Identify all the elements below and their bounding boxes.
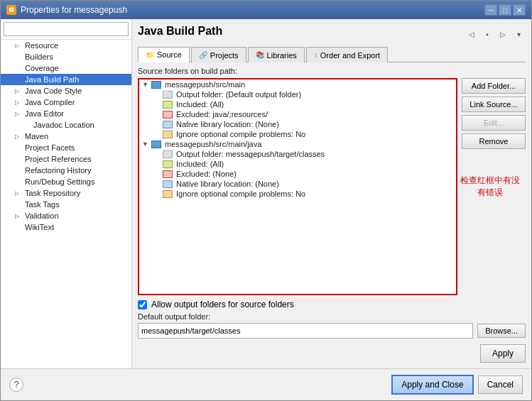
browse-button[interactable]: Browse... bbox=[477, 324, 526, 338]
output-folder-input[interactable] bbox=[138, 323, 473, 339]
expand-arrow-icon: ▷ bbox=[15, 99, 22, 106]
sidebar-item-javadoc[interactable]: Javadoc Location bbox=[1, 119, 131, 131]
tree-item[interactable]: Output folder: messagepush/target/classe… bbox=[139, 149, 456, 159]
sidebar-item-label: WikiText bbox=[25, 223, 54, 231]
tree-item-label: Native library location: (None) bbox=[176, 120, 279, 128]
dropdown-icon[interactable]: ▾ bbox=[511, 28, 526, 40]
sidebar-item-run-debug[interactable]: Run/Debug Settings bbox=[1, 176, 131, 187]
sidebar-item-java-code-style[interactable]: ▷ Java Code Style bbox=[1, 85, 131, 97]
main-content: Java Build Path ◁ ▪ ▷ ▾ 📁 Source 🔗 Proje… bbox=[132, 19, 531, 368]
sidebar-item-label: Project References bbox=[25, 155, 92, 163]
expand-arrow-icon: ▷ bbox=[15, 88, 22, 94]
tree-item[interactable]: Included: (All) bbox=[139, 99, 456, 109]
sidebar-item-java-editor[interactable]: ▷ Java Editor bbox=[1, 108, 131, 119]
tree-item-label: Included: (All) bbox=[176, 100, 224, 109]
side-buttons: Add Folder... Link Source... Edit... Rem… bbox=[462, 78, 526, 295]
add-folder-button[interactable]: Add Folder... bbox=[462, 78, 526, 94]
separator: ▪ bbox=[480, 28, 494, 40]
tree-expand-icon: ▼ bbox=[142, 81, 149, 88]
tree-item-label: Excluded: (None) bbox=[176, 170, 237, 178]
checkbox-row: Allow output folders for source folders bbox=[138, 300, 526, 309]
window-controls: ─ □ ✕ bbox=[484, 4, 526, 16]
close-button[interactable]: ✕ bbox=[513, 4, 526, 16]
apply-button-inline[interactable]: Apply bbox=[480, 344, 526, 363]
maximize-button[interactable]: □ bbox=[499, 4, 511, 16]
sidebar-item-label: Run/Debug Settings bbox=[25, 177, 94, 186]
sidebar-item-coverage[interactable]: Coverage bbox=[1, 62, 131, 74]
dialog-body: ▷ Resource Builders Coverage Java Build … bbox=[1, 19, 531, 368]
expand-arrow-icon: ▷ bbox=[15, 213, 22, 219]
forward-icon[interactable]: ▷ bbox=[496, 28, 510, 40]
tree-item-label: Excluded: java/;resources/ bbox=[176, 110, 268, 119]
content-area: ▼ messagepush/src/main ⬜ Output folder: … bbox=[138, 78, 526, 295]
link-source-button[interactable]: Link Source... bbox=[462, 97, 526, 112]
sidebar-item-java-build-path[interactable]: Java Build Path bbox=[1, 74, 131, 85]
sidebar-item-label: Task Repository bbox=[25, 189, 80, 197]
back-icon[interactable]: ◁ bbox=[465, 28, 479, 40]
panel-label: Source folders on build path: bbox=[138, 67, 526, 75]
tree-item[interactable]: ⬜ Output folder: (Default output folder) bbox=[139, 89, 456, 99]
expand-arrow-icon: ▷ bbox=[15, 111, 22, 117]
sidebar-item-label: Java Code Style bbox=[25, 87, 82, 95]
properties-dialog: ⚙ Properties for messagepush ─ □ ✕ ▷ Res… bbox=[0, 0, 532, 401]
tree-item-label: Included: (All) bbox=[176, 160, 224, 168]
default-output-label: Default output folder: bbox=[138, 312, 526, 321]
tree-item-label: Ignore optional compile problems: No bbox=[176, 189, 305, 198]
sidebar-item-refactoring[interactable]: Refactoring History bbox=[1, 165, 131, 176]
edit-button[interactable]: Edit... bbox=[462, 115, 526, 131]
sidebar-item-label: Java Build Path bbox=[25, 75, 79, 84]
sidebar-item-maven[interactable]: ▷ Maven bbox=[1, 131, 131, 142]
tree-item-label: Output folder: messagepush/target/classe… bbox=[176, 150, 325, 158]
sidebar-item-label: Validation bbox=[25, 212, 59, 220]
dialog-icon: ⚙ bbox=[6, 5, 16, 15]
remove-button[interactable]: Remove bbox=[462, 133, 526, 149]
sidebar-item-label: Project Facets bbox=[25, 143, 75, 152]
sidebar-item-label: Coverage bbox=[25, 64, 59, 72]
sidebar-item-wikitext[interactable]: WikiText bbox=[1, 221, 131, 233]
tree-expand-icon: ▼ bbox=[142, 141, 149, 148]
tab-source-label: Source bbox=[157, 50, 182, 59]
tree-item[interactable]: Ignore optional compile problems: No bbox=[139, 189, 456, 199]
sidebar-item-project-facets[interactable]: Project Facets bbox=[1, 142, 131, 153]
tree-item[interactable]: Native library location: (None) bbox=[139, 179, 456, 189]
bottom-section: Allow output folders for source folders … bbox=[138, 295, 526, 339]
tab-projects[interactable]: 🔗 Projects bbox=[191, 47, 246, 62]
tree-item[interactable]: ▼ messagepush/src/main bbox=[139, 79, 456, 89]
allow-output-checkbox[interactable] bbox=[138, 300, 147, 309]
help-icon[interactable]: ? bbox=[9, 378, 23, 392]
allow-output-label: Allow output folders for source folders bbox=[151, 300, 294, 309]
sidebar-item-validation[interactable]: ▷ Validation bbox=[1, 210, 131, 221]
tree-item[interactable]: Excluded: (None) bbox=[139, 169, 456, 179]
tree-item[interactable]: Native library location: (None) bbox=[139, 119, 456, 129]
sidebar-item-resource[interactable]: ▷ Resource bbox=[1, 40, 131, 51]
apply-close-button[interactable]: Apply and Close bbox=[391, 375, 473, 395]
sidebar-search-container bbox=[1, 19, 131, 40]
tree-item-label: Output folder: (Default output folder) bbox=[176, 90, 301, 99]
tab-libraries[interactable]: 📚 Libraries bbox=[248, 47, 305, 62]
minimize-button[interactable]: ─ bbox=[484, 4, 497, 16]
title-bar: ⚙ Properties for messagepush ─ □ ✕ bbox=[1, 1, 531, 19]
source-tree[interactable]: ▼ messagepush/src/main ⬜ Output folder: … bbox=[138, 78, 457, 295]
sidebar: ▷ Resource Builders Coverage Java Build … bbox=[1, 19, 132, 368]
tree-item[interactable]: Ignore optional compile problems: No bbox=[139, 129, 456, 139]
sidebar-search-input[interactable] bbox=[4, 22, 129, 36]
tree-item[interactable]: Excluded: java/;resources/ bbox=[139, 109, 456, 119]
tree-item[interactable]: Included: (All) bbox=[139, 159, 456, 169]
sidebar-item-project-references[interactable]: Project References bbox=[1, 153, 131, 165]
tab-order-export[interactable]: ↕ Order and Export bbox=[306, 47, 388, 62]
sidebar-item-label: Builders bbox=[25, 53, 53, 61]
sidebar-item-task-repository[interactable]: ▷ Task Repository bbox=[1, 187, 131, 199]
sidebar-item-label: Maven bbox=[25, 132, 48, 141]
sidebar-item-label: Java Editor bbox=[25, 109, 64, 118]
footer-right: Apply and Close Cancel bbox=[391, 375, 523, 395]
dialog-title: Properties for messagepush bbox=[21, 5, 127, 15]
cancel-button[interactable]: Cancel bbox=[478, 375, 523, 394]
tab-source[interactable]: 📁 Source bbox=[138, 47, 190, 62]
footer-left: ? bbox=[9, 378, 23, 392]
sidebar-item-task-tags[interactable]: Task Tags bbox=[1, 199, 131, 210]
tab-bar: 📁 Source 🔗 Projects 📚 Libraries ↕ Order … bbox=[138, 46, 526, 62]
sidebar-item-java-compiler[interactable]: ▷ Java Compiler bbox=[1, 97, 131, 108]
dialog-footer: ? Apply and Close Cancel bbox=[1, 368, 531, 400]
sidebar-item-builders[interactable]: Builders bbox=[1, 51, 131, 62]
tree-item[interactable]: ▼ messagepush/src/main/java bbox=[139, 139, 456, 149]
